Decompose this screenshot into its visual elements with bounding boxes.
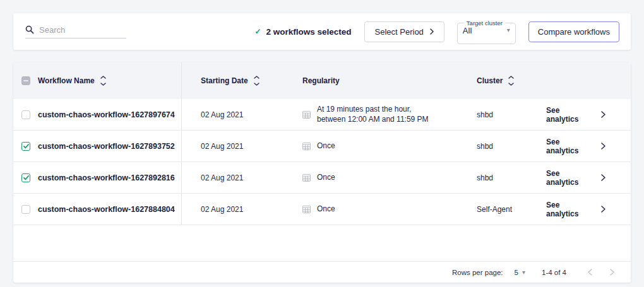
- sort-desc-icon[interactable]: [508, 83, 514, 86]
- starting-date: 02 Aug 2021: [201, 205, 243, 214]
- target-cluster-value: All: [463, 26, 472, 35]
- sort-desc-icon[interactable]: [254, 83, 259, 86]
- cluster-name: shbd: [477, 110, 493, 119]
- selected-summary: ✓ 2 workflows selected: [254, 27, 351, 37]
- starting-date: 02 Aug 2021: [201, 110, 243, 119]
- caret-down-icon: ▾: [522, 269, 525, 276]
- row-checkbox[interactable]: [21, 205, 30, 214]
- sort-icons[interactable]: [508, 76, 514, 86]
- cluster-name: Self-Agent: [477, 205, 512, 214]
- row-checkbox[interactable]: [21, 142, 30, 151]
- rows-per-page-label: Rows per page:: [452, 269, 503, 276]
- calendar-icon: [302, 110, 311, 119]
- chevron-right-icon[interactable]: [601, 174, 605, 181]
- workflow-name: custom-chaos-workflow-1627897674: [38, 110, 175, 119]
- compare-workflows-button[interactable]: Compare workflows: [528, 21, 619, 42]
- starting-date: 02 Aug 2021: [201, 173, 243, 182]
- chevron-right-icon: [610, 269, 614, 276]
- caret-down-icon: ▾: [507, 27, 510, 33]
- column-header-starting-date[interactable]: Starting Date: [201, 76, 248, 85]
- see-analytics-link[interactable]: See analytics: [546, 138, 593, 155]
- regularity-text: Once: [317, 141, 335, 151]
- table-row: custom-chaos-workflow-1627897674 02 Aug …: [13, 99, 631, 131]
- workflow-name: custom-chaos-workflow-1627892816: [38, 173, 175, 182]
- search-input[interactable]: [39, 25, 126, 35]
- check-icon: ✓: [254, 27, 261, 36]
- target-cluster-select[interactable]: Target cluster All ▾: [457, 20, 516, 44]
- sort-asc-icon[interactable]: [100, 76, 106, 79]
- rows-per-page-value: 5: [515, 269, 518, 276]
- sort-asc-icon[interactable]: [508, 76, 514, 79]
- calendar-icon: [302, 205, 311, 213]
- regularity-text: Once: [317, 204, 335, 214]
- next-page-button[interactable]: [607, 266, 617, 278]
- calendar-icon: [302, 142, 311, 150]
- search-icon: [25, 25, 34, 34]
- table-header-row: Workflow Name Starting Date Regularity C…: [13, 62, 631, 99]
- see-analytics-link[interactable]: See analytics: [546, 106, 593, 124]
- table-empty-area: [13, 225, 631, 261]
- row-checkbox[interactable]: [21, 173, 30, 182]
- chevron-right-icon[interactable]: [601, 143, 605, 149]
- regularity-text: At 19 minutes past the hour, between 12:…: [317, 105, 429, 124]
- workflow-name: custom-chaos-workflow-1627893752: [38, 142, 175, 151]
- table-row: custom-chaos-workflow-1627884804 02 Aug …: [13, 194, 631, 225]
- previous-page-button[interactable]: [585, 266, 595, 278]
- calendar-icon: [302, 173, 311, 182]
- pagination-bar: Rows per page: 5 ▾ 1-4 of 4: [13, 261, 631, 283]
- see-analytics-link[interactable]: See analytics: [546, 201, 593, 218]
- sort-asc-icon[interactable]: [254, 76, 259, 79]
- sort-icons[interactable]: [100, 76, 106, 86]
- pagination-range: 1-4 of 4: [542, 269, 566, 276]
- chevron-right-icon[interactable]: [601, 111, 605, 118]
- column-header-workflow-name[interactable]: Workflow Name: [38, 76, 95, 85]
- chevron-right-icon: [430, 28, 434, 35]
- select-period-label: Select Period: [375, 27, 424, 37]
- sort-desc-icon[interactable]: [100, 83, 106, 86]
- see-analytics-link[interactable]: See analytics: [546, 169, 593, 187]
- row-checkbox[interactable]: [21, 110, 30, 119]
- chevron-right-icon[interactable]: [601, 206, 605, 213]
- search-field[interactable]: [25, 25, 126, 38]
- rows-per-page-select[interactable]: 5 ▾: [515, 269, 525, 276]
- table-row: custom-chaos-workflow-1627893752 02 Aug …: [13, 131, 631, 162]
- column-header-regularity: Regularity: [302, 76, 340, 85]
- column-header-cluster[interactable]: Cluster: [477, 76, 503, 85]
- chevron-left-icon: [588, 269, 592, 276]
- cluster-name: shbd: [477, 173, 493, 182]
- compare-workflows-label: Compare workflows: [538, 27, 610, 37]
- table-row: custom-chaos-workflow-1627892816 02 Aug …: [13, 162, 631, 194]
- cluster-name: shbd: [477, 142, 493, 151]
- workflows-table: Workflow Name Starting Date Regularity C…: [13, 62, 631, 283]
- select-period-button[interactable]: Select Period: [364, 21, 444, 42]
- workflow-name: custom-chaos-workflow-1627884804: [38, 205, 175, 214]
- selected-summary-text: 2 workflows selected: [266, 27, 351, 37]
- regularity-text: Once: [317, 173, 335, 183]
- starting-date: 02 Aug 2021: [201, 142, 243, 151]
- select-all-checkbox[interactable]: [21, 76, 30, 85]
- sort-icons[interactable]: [254, 76, 259, 86]
- toolbar: ✓ 2 workflows selected Select Period Tar…: [13, 13, 631, 50]
